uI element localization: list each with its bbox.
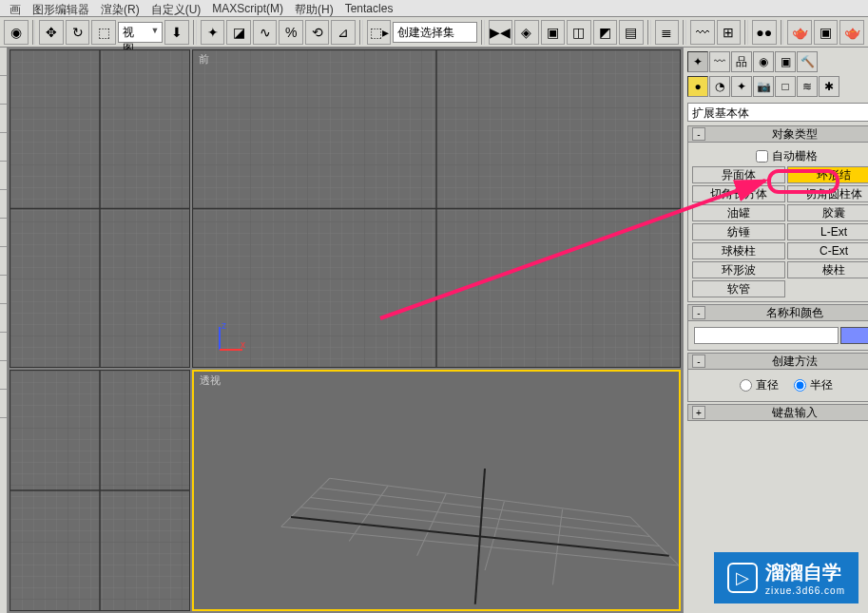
menu-customize[interactable]: 自定义(U) (145, 0, 207, 16)
watermark-logo-icon: ▷ (727, 563, 758, 593)
mirror-icon[interactable]: ▶◀ (489, 20, 513, 45)
rollout-title: 名称和颜色 (709, 305, 868, 321)
minus-icon: - (692, 127, 705, 141)
rollout-object-type-header[interactable]: - 对象类型 (687, 125, 868, 143)
display-tab-icon[interactable]: ▣ (775, 51, 796, 72)
hedra-button[interactable]: 异面体 (692, 166, 785, 183)
schematic-icon[interactable]: ⊞ (717, 20, 742, 45)
curve-editor-icon[interactable]: 〰 (690, 20, 715, 45)
gengon-button[interactable]: 球棱柱 (692, 242, 785, 259)
lights-subtab-icon[interactable]: ✦ (731, 76, 752, 97)
viewport-perspective[interactable]: 透视 (192, 370, 681, 611)
view-dropdown[interactable]: 视图 (118, 22, 164, 43)
align-highlight-icon[interactable]: ◩ (593, 20, 618, 45)
viewport-top-left[interactable] (10, 49, 190, 368)
category-dropdown[interactable]: 扩展基本体 (687, 103, 868, 122)
diameter-radio-label[interactable]: 直径 (740, 377, 779, 393)
viewport-label-front: 前 (199, 52, 209, 67)
watermark-brand: 溜溜自学 (765, 560, 845, 585)
helpers-subtab-icon[interactable]: □ (775, 76, 796, 97)
viewport-front[interactable]: 前 z x (192, 49, 681, 368)
rollout-name-color: - 名称和颜色 (687, 304, 868, 351)
create-subtabs: ● ◔ ✦ 📷 □ ≋ ✱ (685, 74, 868, 99)
oiltank-button[interactable]: 油罐 (692, 204, 785, 221)
ringwave-button[interactable]: 环形波 (692, 261, 785, 278)
select-all-icon[interactable]: ◉ (4, 20, 29, 45)
create-tab-icon[interactable]: ✦ (687, 51, 708, 72)
menu-graphics[interactable]: 图形编辑器 (27, 0, 95, 16)
rollout-name-color-header[interactable]: - 名称和颜色 (687, 304, 868, 321)
viewport-bottom-left[interactable] (10, 370, 190, 611)
color-swatch[interactable] (840, 327, 868, 344)
material-editor-icon[interactable]: ●● (752, 20, 777, 45)
rotate-icon[interactable]: ↻ (66, 20, 90, 45)
menu-render[interactable]: 渲染(R) (95, 0, 145, 16)
chamferbox-button[interactable]: 切角长方体 (692, 185, 785, 202)
snap-toggle-icon[interactable]: ⬇ (164, 20, 189, 45)
render-icon[interactable]: 🫖 (839, 20, 864, 45)
geometry-subtab-icon[interactable]: ● (687, 76, 708, 97)
cext-button[interactable]: C-Ext (787, 242, 868, 259)
svg-line-25 (630, 517, 679, 565)
move-icon[interactable]: ✥ (39, 20, 64, 45)
rollout-keyboard-entry: + 键盘输入 (687, 404, 868, 421)
svg-line-22 (417, 494, 447, 556)
rollout-title: 键盘输入 (709, 405, 868, 421)
menu-maxscript[interactable]: MAXScript(M) (206, 0, 289, 16)
radius-radio-label[interactable]: 半径 (794, 377, 833, 393)
viewport-label-perspective: 透视 (200, 374, 221, 388)
watermark: ▷ 溜溜自学 zixue.3d66.com (714, 552, 858, 603)
axis-gizmo-icon: z x (212, 319, 250, 357)
radius-radio[interactable] (794, 379, 806, 392)
rollout-title: 创建方法 (709, 354, 868, 370)
hierarchy-tab-icon[interactable]: 品 (731, 51, 752, 72)
snap-percent-icon[interactable]: % (279, 20, 303, 45)
lext-button[interactable]: L-Ext (787, 223, 868, 240)
scale-icon[interactable]: ⬚ (91, 20, 116, 45)
rollout-keyboard-entry-header[interactable]: + 键盘输入 (687, 404, 868, 421)
align-normal-icon[interactable]: ◫ (567, 20, 591, 45)
main-toolbar: ◉ ✥ ↻ ⬚ 视图 ⬇ ✦ ◪ ∿ % ⟲ ⊿ ⬚▸ 创建选择集 ▶◀ ◈ ▣… (0, 17, 868, 48)
auto-grid-checkbox[interactable] (756, 150, 768, 163)
motion-tab-icon[interactable]: ◉ (753, 51, 774, 72)
plus-icon: + (692, 406, 705, 419)
shapes-subtab-icon[interactable]: ◔ (709, 76, 730, 97)
svg-text:x: x (241, 339, 245, 350)
spindle-button[interactable]: 纺锤 (692, 223, 785, 240)
rollout-title: 对象类型 (709, 126, 868, 143)
hose-button[interactable]: 软管 (692, 280, 785, 297)
modify-tab-icon[interactable]: 〰 (709, 51, 730, 72)
object-name-input[interactable] (694, 327, 839, 344)
snap-edge-icon[interactable]: ⊿ (331, 20, 356, 45)
snap-spinner-icon[interactable]: ⟲ (305, 20, 330, 45)
layers-icon[interactable]: ≣ (655, 20, 680, 45)
utilities-tab-icon[interactable]: 🔨 (797, 51, 818, 72)
spacewarps-subtab-icon[interactable]: ≋ (797, 76, 818, 97)
capsule-button[interactable]: 胶囊 (787, 204, 868, 221)
snap-angle-icon[interactable]: ∿ (253, 20, 278, 45)
tool-icon-1[interactable]: ✦ (201, 20, 225, 45)
minus-icon: - (692, 354, 705, 368)
rollout-create-method-header[interactable]: - 创建方法 (687, 353, 868, 370)
menu-draw[interactable]: 画 (4, 0, 27, 16)
align-camera-icon[interactable]: ▤ (619, 20, 644, 45)
menu-tentacles[interactable]: Tentacles (339, 0, 399, 16)
named-sel-icon[interactable]: ⬚▸ (367, 20, 392, 45)
torus-knot-button[interactable]: 环形结 (787, 166, 868, 183)
svg-line-23 (485, 502, 504, 570)
align-quick-icon[interactable]: ▣ (541, 20, 566, 45)
cameras-subtab-icon[interactable]: 📷 (753, 76, 774, 97)
diameter-radio[interactable] (740, 379, 752, 392)
menu-help[interactable]: 帮助(H) (289, 0, 339, 16)
rollout-create-method: - 创建方法 直径 半径 (687, 353, 868, 402)
align-icon[interactable]: ◈ (514, 20, 539, 45)
render-frame-icon[interactable]: ▣ (814, 20, 839, 45)
render-setup-icon[interactable]: 🫖 (787, 20, 812, 45)
svg-line-14 (330, 478, 630, 517)
tool-icon-2[interactable]: ◪ (226, 20, 251, 45)
selection-set-input[interactable]: 创建选择集 (393, 22, 476, 43)
svg-line-15 (320, 488, 641, 527)
systems-subtab-icon[interactable]: ✱ (819, 76, 839, 97)
chamfercyl-button[interactable]: 切角圆柱体 (787, 185, 868, 202)
prism-button[interactable]: 棱柱 (787, 261, 868, 278)
